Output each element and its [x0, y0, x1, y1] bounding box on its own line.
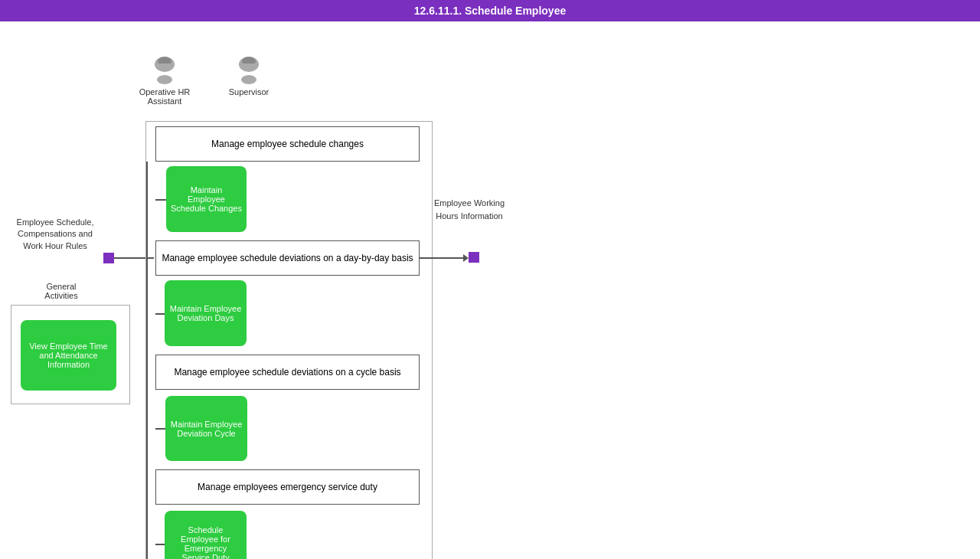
view-employee-task-box[interactable]: View Employee Time and Attendance Inform… — [21, 320, 116, 391]
process-box-1[interactable]: Manage employee schedule changes — [155, 126, 420, 162]
swimlane-label-general: General Activities — [31, 282, 92, 300]
actor-supervisor: Supervisor — [218, 54, 279, 96]
swimlane-label-schedule: Employee Schedule, Compensations and Wor… — [9, 217, 101, 252]
svg-rect-6 — [239, 64, 259, 66]
hr-assistant-icon — [149, 54, 180, 84]
arrow-head-right-connector — [463, 254, 469, 262]
page-title: 12.6.11.1. Schedule Employee — [0, 0, 980, 21]
connector-label-working-hours: Employee Working Hours Information — [431, 197, 508, 222]
diagram-area: Operative HR Assistant Supervisor Employ… — [0, 21, 980, 557]
task-box-emergency-service[interactable]: Schedule Employee for Emergency Service … — [165, 511, 247, 559]
supervisor-icon — [234, 54, 264, 84]
task-box-deviation-days[interactable]: Maintain Employee Deviation Days — [165, 280, 247, 346]
svg-point-7 — [241, 75, 256, 84]
task-box-maintain-schedule[interactable]: Maintain Employee Schedule Changes — [166, 166, 247, 232]
task-box-deviation-cycle[interactable]: Maintain Employee Deviation Cycle — [165, 396, 247, 461]
actor-hr: Operative HR Assistant — [134, 54, 195, 106]
purple-connector-right — [469, 252, 479, 263]
supervisor-label: Supervisor — [229, 87, 270, 96]
arrow-right-to-connector — [420, 257, 466, 259]
svg-point-3 — [157, 75, 172, 84]
process-box-3[interactable]: Manage employee schedule deviations on a… — [155, 355, 420, 390]
process-box-4[interactable]: Manage employees emergency service duty — [155, 469, 420, 505]
purple-connector-left — [103, 253, 114, 263]
process-box-2[interactable]: Manage employee schedule deviations on a… — [155, 240, 420, 276]
svg-rect-2 — [155, 64, 175, 66]
hr-label: Operative HR Assistant — [139, 87, 191, 106]
vline-left-main — [146, 162, 148, 559]
